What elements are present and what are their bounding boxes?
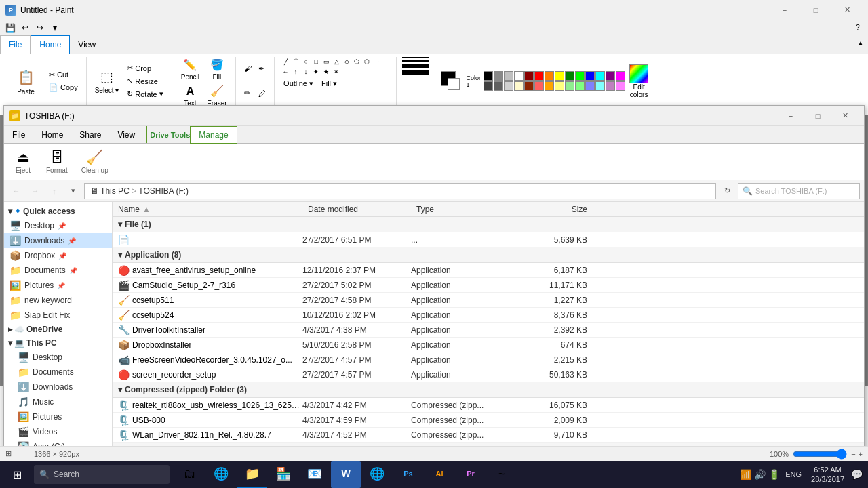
shape-rect[interactable]: □ xyxy=(311,57,321,66)
shape-roundrect[interactable]: ▭ xyxy=(321,57,331,66)
palette-cyan[interactable] xyxy=(595,71,605,81)
palette-yellow[interactable] xyxy=(555,71,564,81)
sidebar-item-downloads[interactable]: ⬇️ Downloads 📌 xyxy=(4,233,112,248)
brush3-button[interactable]: ✏ xyxy=(241,87,254,99)
shape-arrow-down[interactable]: ↓ xyxy=(301,67,311,77)
file-row-screenrecorder[interactable]: 🔴 screen_recorder_setup 27/2/2017 4:57 P… xyxy=(113,367,864,382)
shape-arrow-right[interactable]: → xyxy=(372,57,382,66)
taskbar-mail[interactable]: 📧 xyxy=(300,461,330,488)
explorer-close-button[interactable]: ✕ xyxy=(831,106,859,126)
resize-button[interactable]: ⤡ Resize xyxy=(124,75,165,87)
palette-orange[interactable] xyxy=(545,71,554,81)
palette-gray2[interactable] xyxy=(504,71,513,81)
palette-red[interactable] xyxy=(534,71,544,81)
palette-brown[interactable] xyxy=(524,81,534,91)
qa-undo-button[interactable]: ↩ xyxy=(19,22,31,34)
explorer-maximize-button[interactable]: □ xyxy=(804,106,831,126)
sidebar-item-newkeyword[interactable]: 📁 new keyword xyxy=(4,293,112,308)
sidebar-item-pc-pictures[interactable]: 🖼️ Pictures xyxy=(4,409,112,424)
color2-swatch[interactable] xyxy=(448,78,460,90)
brush4-button[interactable]: 🖊 xyxy=(256,88,269,99)
explorer-tab-manage[interactable]: Manage xyxy=(190,126,237,144)
path-segment-thispc[interactable]: 🖥 This PC xyxy=(90,186,130,196)
palette-lightpurple[interactable] xyxy=(606,81,615,91)
palette-black[interactable] xyxy=(484,71,493,81)
qa-help-button[interactable]: ? xyxy=(852,22,864,34)
size1-button[interactable] xyxy=(402,57,429,58)
zoom-out-icon[interactable]: − xyxy=(851,450,855,458)
col-header-date[interactable]: Date modified xyxy=(305,202,414,216)
taskbar-edge[interactable]: 🌐 xyxy=(206,461,236,488)
palette-med[interactable] xyxy=(494,81,503,91)
fill-button[interactable]: 🪣 Fill xyxy=(204,57,229,82)
exp-btn-format[interactable]: 🗄 Format xyxy=(42,148,72,176)
palette-lightyellow[interactable] xyxy=(555,81,564,91)
fill-shape-button[interactable]: Fill ▾ xyxy=(319,78,340,89)
palette-magenta[interactable] xyxy=(616,71,625,81)
size2-button[interactable] xyxy=(402,60,429,62)
nav-back-button[interactable]: ← xyxy=(8,183,24,199)
qa-dropdown-button[interactable]: ▾ xyxy=(49,22,61,34)
shape-diamond[interactable]: ◇ xyxy=(342,57,351,66)
sidebar-item-pc-music[interactable]: 🎵 Music xyxy=(4,394,112,409)
nav-recent-button[interactable]: ▾ xyxy=(65,183,81,199)
zoom-slider[interactable] xyxy=(793,449,847,460)
palette-cream[interactable] xyxy=(514,81,524,91)
ribbon-tab-file[interactable]: File xyxy=(0,35,31,54)
pencil-button[interactable]: ✏️ Pencil xyxy=(178,57,203,82)
sidebar-item-documents[interactable]: 📁 Documents 📌 xyxy=(4,263,112,278)
taskbar-chrome[interactable]: 🌐 xyxy=(362,461,392,488)
paint-minimize-button[interactable]: − xyxy=(769,0,800,20)
exp-btn-eject[interactable]: ⏏ Eject xyxy=(9,148,37,176)
shape-oval[interactable]: ○ xyxy=(301,57,311,66)
palette-lightred[interactable] xyxy=(534,81,544,91)
explorer-tab-view[interactable]: View xyxy=(109,126,143,143)
copy-button[interactable]: 📄 Copy xyxy=(46,82,81,94)
qa-save-button[interactable]: 💾 xyxy=(4,22,16,34)
tray-notifications-icon[interactable]: 💬 xyxy=(851,469,863,480)
col-header-type[interactable]: Type xyxy=(414,202,522,216)
shape-arrow-left[interactable]: ← xyxy=(281,67,290,77)
file-row-wlandriver[interactable]: 🗜️ WLan_Driver_802.11n_Rel._4.80.28.7 4/… xyxy=(113,428,864,443)
taskbar-store[interactable]: 🏪 xyxy=(269,461,298,488)
crop-button[interactable]: ✂ Crop xyxy=(124,62,165,74)
taskbar-word[interactable]: W xyxy=(331,461,361,488)
address-refresh-button[interactable]: ↻ xyxy=(719,183,735,199)
sidebar-onedrive-header[interactable]: ▸ ☁️ OneDrive xyxy=(4,323,112,336)
palette-lime[interactable] xyxy=(575,71,585,81)
palette-dark[interactable] xyxy=(484,81,493,91)
palette-green[interactable] xyxy=(565,71,574,81)
qa-redo-button[interactable]: ↪ xyxy=(34,22,46,34)
tray-battery-icon[interactable]: 🔋 xyxy=(768,469,780,480)
rotate-button[interactable]: ↻ Rotate ▾ xyxy=(124,88,165,100)
taskbar-other[interactable]: ~ xyxy=(487,461,517,488)
shape-triangle[interactable]: △ xyxy=(332,57,341,66)
sidebar-item-pc-desktop[interactable]: 🖥️ Desktop xyxy=(4,350,112,365)
file-row-unnamed[interactable]: 📄 27/2/2017 6:51 PM ... 5,639 KB xyxy=(113,232,864,247)
shape-star5[interactable]: ★ xyxy=(321,67,331,77)
explorer-tab-file[interactable]: File xyxy=(4,126,33,143)
sidebar-item-desktop[interactable]: 🖥️ Desktop 📌 xyxy=(4,218,112,233)
file-row-usb800[interactable]: 🗜️ USB-800 4/3/2017 4:59 PM Compressed (… xyxy=(113,413,864,428)
file-row-camstudio[interactable]: 🎬 CamStudio_Setup_2-7_r316 27/2/2017 5:0… xyxy=(113,278,864,293)
ribbon-tab-home[interactable]: Home xyxy=(31,35,70,54)
shape-arrow-up[interactable]: ↑ xyxy=(291,67,300,77)
palette-orange2[interactable] xyxy=(545,81,554,91)
file-row-freescreen[interactable]: 📹 FreeScreenVideoRecorder_3.0.45.1027_o.… xyxy=(113,352,864,367)
group-header-file1[interactable]: ▾ File (1) xyxy=(113,217,864,232)
shape-curve[interactable]: ⌒ xyxy=(291,57,300,66)
file-row-realtek[interactable]: 🗜️ realtek_rtl88ox_usb_wireless_1026_13_… xyxy=(113,398,864,413)
exp-btn-cleanup[interactable]: 🧹 Clean up xyxy=(77,148,113,176)
group-header-application[interactable]: ▾ Application (8) xyxy=(113,247,864,263)
shape-star4[interactable]: ✦ xyxy=(311,67,321,77)
col-header-name[interactable]: Name ▲ xyxy=(115,202,305,216)
sidebar-item-siapeditfix[interactable]: 📁 Siap Edit Fix xyxy=(4,308,112,323)
palette-gray1[interactable] xyxy=(494,71,503,81)
address-input-box[interactable]: 🖥 This PC > TOSHIBA (F:) xyxy=(84,183,716,199)
palette-lightblue[interactable] xyxy=(585,81,595,91)
sidebar-item-pc-documents[interactable]: 📁 Documents xyxy=(4,365,112,380)
palette-lightcyan[interactable] xyxy=(595,81,605,91)
col-header-size[interactable]: Size xyxy=(522,202,590,216)
file-row-avast[interactable]: 🔴 avast_free_antivirus_setup_online 12/1… xyxy=(113,263,864,278)
file-row-ccsetup524[interactable]: 🧹 ccsetup524 10/12/2016 2:02 PM Applicat… xyxy=(113,308,864,323)
